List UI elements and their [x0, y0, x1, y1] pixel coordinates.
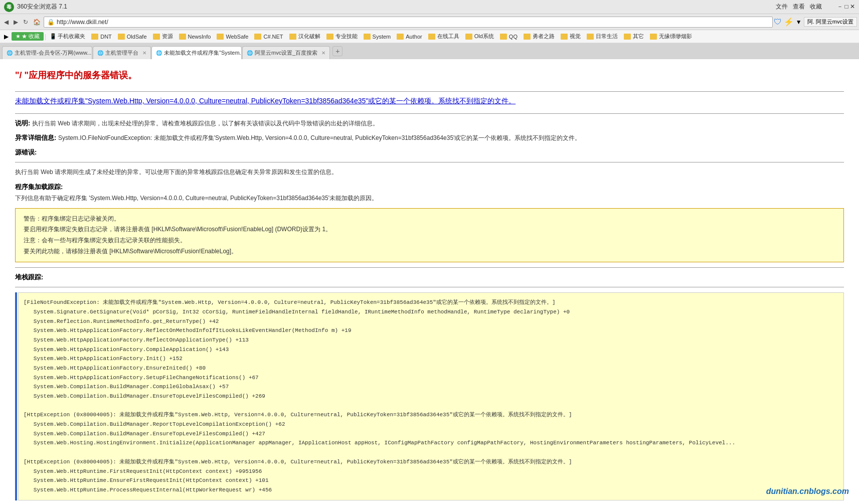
bookmark-tools[interactable]: 在线工具 [426, 32, 462, 41]
stack-trace-container: [FileNotFoundException: 未能加载文件或程序集"Syste… [15, 292, 844, 500]
divider-3 [15, 162, 844, 162]
address-input[interactable] [57, 19, 769, 26]
tab-close-4[interactable]: ✕ [321, 50, 325, 56]
tabs-bar: 🌐 主机管理-会员专区-万网(www... ✕ 🌐 主机管理平台 ✕ 🌐 未能加… [0, 43, 859, 59]
desc-label: 说明: [15, 119, 30, 127]
main-content: "/ "应用程序中的服务器错误。 未能加载文件或程序集"System.Web.H… [0, 59, 859, 504]
source-section: 源错误: [15, 148, 844, 157]
bookmark-websafe[interactable]: WebSafe [214, 33, 251, 40]
menu-favorites[interactable]: 收藏 [810, 3, 822, 11]
tab-icon-2: 🌐 [97, 50, 103, 56]
lock-icon: 🔒 [47, 19, 55, 26]
tab-host-platform[interactable]: 🌐 主机管理平台 ✕ [93, 46, 151, 59]
bookmark-csharp[interactable]: C#.NET [252, 33, 285, 40]
title-bar-right: 文件 查看 收藏 － □ ✕ [776, 3, 855, 11]
divider-4 [15, 267, 844, 268]
lightning-icon: ⚡ [784, 17, 794, 27]
bookmark-brave[interactable]: 勇者之路 [521, 32, 557, 41]
dropdown-icon[interactable]: ▼ [796, 19, 802, 26]
error-subtitle: 未能加载文件或程序集"System.Web.Http, Version=4.0.… [15, 97, 844, 106]
nav-bar: ◀ ▶ ↻ 🏠 🔒 🛡 ⚡ ▼ 阿. 阿里云mvc设置 [0, 14, 859, 30]
tab-host-member[interactable]: 🌐 主机管理-会员专区-万网(www... ✕ [2, 46, 92, 59]
desc-text: 执行当前 Web 请求期间，出现未经处理的异常。请检查堆栈跟踪信息，以了解有关该… [32, 120, 379, 127]
tab-error[interactable]: 🌐 未能加载文件或程序集"System... ✕ [151, 46, 242, 59]
bookmark-mobile[interactable]: 📱手机收藏夹 [47, 32, 88, 41]
warning-text: 警告：程序集绑定日志记录被关闭。 要启用程序集绑定失败日志记录，请将注册表值 [… [24, 214, 835, 257]
assembly-text: 下列信息有助于确定程序集 'System.Web.Http, Version=4… [15, 194, 844, 203]
window-controls: － □ ✕ [837, 3, 855, 11]
bookmark-oldsafe[interactable]: OldSafe [115, 33, 149, 40]
bookmark-old[interactable]: Old系统 [463, 32, 496, 41]
shield-icon: 🛡 [774, 18, 782, 27]
back-button[interactable]: ◀ [2, 18, 11, 27]
tab-label-4: 阿里云mvc设置_百度搜索 [255, 49, 317, 57]
detail-section: 异常详细信息: System.IO.FileNotFoundException:… [15, 133, 844, 143]
divider-1 [15, 91, 844, 92]
title-bar: 毒 360安全浏览器 7.1 文件 查看 收藏 － □ ✕ [0, 0, 859, 14]
bookmark-system[interactable]: System [361, 33, 394, 40]
favorites-button[interactable]: ★ ★ 收藏 [12, 32, 44, 41]
app-logo: 毒 [4, 2, 14, 12]
nav-sidebar-toggle[interactable]: ▶ [2, 33, 11, 40]
bookmark-separator: | [45, 33, 46, 40]
address-bar[interactable]: 🔒 [44, 17, 773, 28]
menu-file[interactable]: 文件 [776, 3, 788, 11]
detail-label: 异常详细信息: [15, 134, 56, 141]
tab-label-3: 未能加载文件或程序集"System... [164, 49, 242, 57]
bookmark-qq[interactable]: QQ [497, 33, 520, 40]
menu-view[interactable]: 查看 [793, 3, 805, 11]
stack-section-header: 堆栈跟踪: [15, 273, 844, 282]
bookmark-dnt[interactable]: DNT [89, 33, 114, 40]
tab-icon-4: 🌐 [247, 50, 253, 56]
bookmark-newsinfo[interactable]: NewsInfo [177, 33, 214, 40]
source-label: 源错误: [15, 148, 844, 157]
error-page: "/ "应用程序中的服务器错误。 未能加载文件或程序集"System.Web.H… [0, 59, 859, 504]
warning-box: 警告：程序集绑定日志记录被关闭。 要启用程序集绑定失败日志记录，请将注册表值 [… [15, 208, 844, 262]
divider-2 [15, 113, 844, 114]
tab-label-2: 主机管理平台 [105, 49, 138, 57]
refresh-button[interactable]: ↻ [21, 18, 30, 27]
tab-icon-1: 🌐 [7, 50, 13, 56]
home-button[interactable]: 🏠 [31, 18, 43, 27]
bookmark-other[interactable]: 其它 [621, 32, 646, 41]
stack-trace-box: [FileNotFoundException: 未能加载文件或程序集"Syste… [18, 292, 844, 500]
assembly-label: 程序集加载跟踪: [15, 183, 844, 192]
tab-aliyun-search[interactable]: 🌐 阿里云mvc设置_百度搜索 ✕ [242, 46, 330, 59]
tab-label-1: 主机管理-会员专区-万网(www... [15, 49, 91, 57]
bookmark-crack[interactable]: 汉化破解 [287, 32, 323, 41]
watermark: dunitian.cnblogs.com [766, 487, 849, 496]
bookmark-photo[interactable]: 无缘缥缈烟影 [647, 32, 695, 41]
assembly-section: 程序集加载跟踪: 下列信息有助于确定程序集 'System.Web.Http, … [15, 183, 844, 203]
bookmark-daily[interactable]: 日常生活 [584, 32, 620, 41]
bookmark-author[interactable]: Author [394, 33, 424, 40]
error-title: "/ "应用程序中的服务器错误。 [15, 69, 844, 81]
bookmark-skills[interactable]: 专业技能 [324, 32, 360, 41]
divider-5 [15, 287, 844, 287]
title-bar-left: 毒 360安全浏览器 7.1 [4, 2, 67, 12]
nav-icons: 🛡 ⚡ ▼ 阿. 阿里云mvc设置 [774, 17, 857, 27]
bookmark-visual[interactable]: 视觉 [558, 32, 583, 41]
tab-icon-3: 🌐 [156, 50, 162, 56]
stack-left-indicator [15, 292, 17, 500]
source-text-section: 执行当前 Web 请求期间生成了未经处理的异常。可以使用下面的异常堆栈跟踪信息确… [15, 167, 844, 177]
description-section: 说明: 执行当前 Web 请求期间，出现未经处理的异常。请检查堆栈跟踪信息，以了… [15, 119, 844, 128]
aliyun-button[interactable]: 阿. 阿里云mvc设置 [804, 17, 857, 27]
bookmarks-bar: ▶ ★ ★ 收藏 | 📱手机收藏夹 DNT OldSafe 资源 NewsInf… [0, 30, 859, 43]
bookmark-resource[interactable]: 资源 [150, 32, 176, 41]
app-title: 360安全浏览器 7.1 [17, 3, 67, 11]
detail-text: System.IO.FileNotFoundException: 未能加载文件或… [58, 134, 581, 141]
stack-label: 堆栈跟踪: [15, 273, 844, 282]
source-text: 执行当前 Web 请求期间生成了未经处理的异常。可以使用下面的异常堆栈跟踪信息确… [15, 169, 337, 176]
tab-close-2[interactable]: ✕ [142, 50, 146, 56]
forward-button[interactable]: ▶ [12, 18, 20, 27]
new-tab-button[interactable]: + [332, 46, 342, 56]
